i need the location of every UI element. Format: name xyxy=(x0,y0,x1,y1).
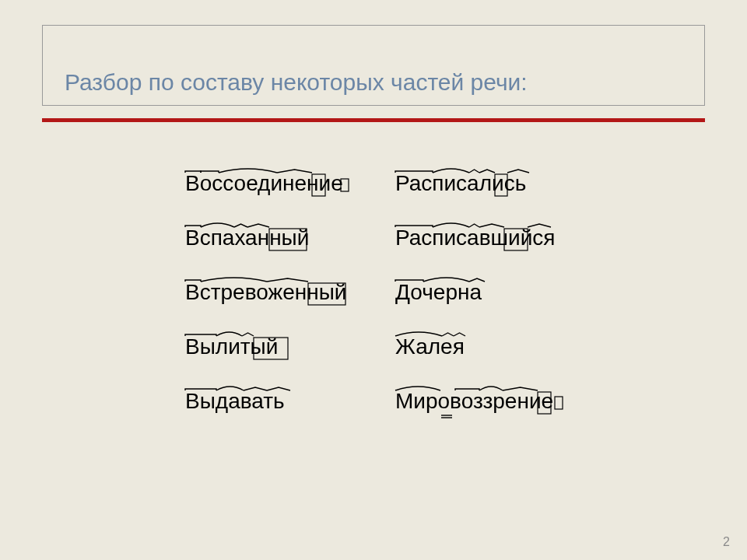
svg-rect-0 xyxy=(312,174,325,196)
title-underline xyxy=(42,118,705,122)
morpheme-marks xyxy=(185,380,356,418)
morpheme-marks xyxy=(395,325,566,364)
morpheme-marks xyxy=(185,162,356,201)
grid-row: Вспаханный Расписавшийся xyxy=(185,216,598,249)
word-cell: Мировоззрение xyxy=(395,380,598,412)
svg-rect-1 xyxy=(341,179,349,191)
svg-rect-9 xyxy=(538,392,551,414)
word-cell: Дочерна xyxy=(395,271,598,303)
morpheme-marks xyxy=(395,380,566,418)
morpheme-marks xyxy=(185,271,356,310)
word-cell: Расписавшийся xyxy=(395,216,598,249)
morpheme-marks xyxy=(185,325,356,364)
grid-row: Выдавать Мировоззрение xyxy=(185,380,598,412)
word-cell: Вылитый xyxy=(185,325,395,358)
svg-rect-10 xyxy=(555,397,563,409)
grid-row: Встревоженный Дочерна xyxy=(185,271,598,303)
slide-title: Разбор по составу некоторых частей речи: xyxy=(65,69,698,96)
grid-row: Воссоединение Расписались xyxy=(185,162,598,194)
morpheme-marks xyxy=(395,162,566,201)
word-cell: Вспаханный xyxy=(185,216,395,249)
page-number: 2 xyxy=(723,535,730,549)
morpheme-marks xyxy=(185,216,356,255)
svg-rect-5 xyxy=(308,283,345,305)
svg-rect-4 xyxy=(504,229,528,250)
grid-row: Вылитый Жалея xyxy=(185,325,598,358)
word-cell: Воссоединение xyxy=(185,162,395,194)
svg-rect-6 xyxy=(254,338,288,359)
word-cell: Выдавать xyxy=(185,380,395,412)
word-cell: Расписались xyxy=(395,162,598,194)
svg-rect-2 xyxy=(495,174,507,196)
word-cell: Встревоженный xyxy=(185,271,395,303)
morpheme-marks xyxy=(395,216,566,255)
word-cell: Жалея xyxy=(395,325,598,358)
morpheme-marks xyxy=(395,271,566,310)
word-grid: Воссоединение Расписались Вспаханный Рас… xyxy=(185,162,598,434)
svg-rect-3 xyxy=(269,229,307,250)
title-frame: Разбор по составу некоторых частей речи: xyxy=(42,25,705,106)
